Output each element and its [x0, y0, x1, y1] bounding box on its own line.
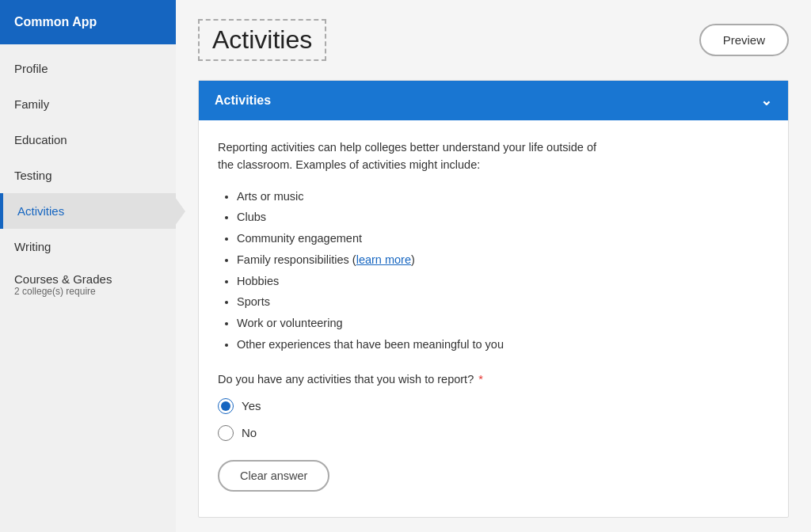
- section-body: Reporting activities can help colleges b…: [199, 120, 788, 517]
- sidebar-header: Common App: [0, 0, 176, 44]
- clear-answer-button[interactable]: Clear answer: [218, 460, 329, 492]
- radio-no-input[interactable]: [218, 425, 234, 441]
- main-content: Activities Preview Activities ⌄ Reportin…: [176, 0, 811, 532]
- sidebar-item-education[interactable]: Education: [0, 122, 176, 158]
- sidebar-nav: Profile Family Education Testing Activit…: [0, 44, 176, 305]
- list-item: Family responsibilities (learn more): [237, 252, 769, 269]
- sidebar-item-activities[interactable]: Activities: [0, 193, 176, 229]
- radio-option-yes[interactable]: Yes: [218, 398, 769, 414]
- list-item: Arts or music: [237, 188, 769, 206]
- preview-button[interactable]: Preview: [699, 24, 789, 56]
- sidebar-item-writing[interactable]: Writing: [0, 229, 176, 264]
- activities-list: Arts or music Clubs Community engagement…: [237, 188, 769, 354]
- list-item: Hobbies: [237, 273, 769, 291]
- list-item: Other experiences that have been meaning…: [237, 336, 769, 354]
- intro-text: Reporting activities can help colleges b…: [218, 139, 769, 174]
- activities-section: Activities ⌄ Reporting activities can he…: [198, 80, 789, 518]
- sidebar-item-courses-grades[interactable]: Courses & Grades 2 college(s) require: [0, 264, 176, 305]
- sidebar-item-profile[interactable]: Profile: [0, 51, 176, 86]
- question-text: Do you have any activities that you wish…: [218, 373, 769, 386]
- list-item: Sports: [237, 294, 769, 311]
- required-indicator: *: [475, 373, 483, 386]
- radio-no-label: No: [242, 426, 257, 439]
- radio-option-no[interactable]: No: [218, 425, 769, 441]
- section-header[interactable]: Activities ⌄: [199, 81, 788, 120]
- list-item: Work or volunteering: [237, 315, 769, 332]
- list-item: Clubs: [237, 209, 769, 226]
- section-title: Activities: [215, 93, 271, 108]
- radio-yes-label: Yes: [242, 399, 261, 412]
- sidebar-app-name: Common App: [14, 15, 97, 29]
- chevron-down-icon: ⌄: [760, 92, 772, 109]
- learn-more-link[interactable]: learn more: [356, 253, 411, 266]
- radio-group-activities: Yes No: [218, 398, 769, 441]
- sidebar-item-family[interactable]: Family: [0, 86, 176, 122]
- radio-yes-input[interactable]: [218, 398, 234, 414]
- sidebar-item-testing[interactable]: Testing: [0, 158, 176, 193]
- page-title: Activities: [198, 19, 326, 61]
- sidebar: Common App Profile Family Education Test…: [0, 0, 176, 532]
- page-header: Activities Preview: [198, 19, 789, 61]
- list-item: Community engagement: [237, 230, 769, 248]
